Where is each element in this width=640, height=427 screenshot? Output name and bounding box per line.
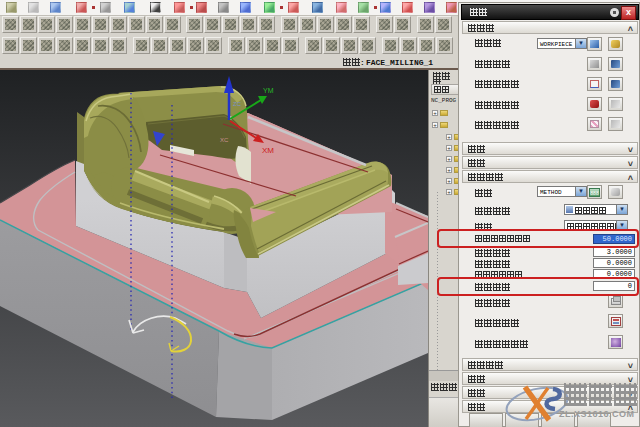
svg-text:XM: XM	[262, 146, 274, 155]
svg-text:XC: XC	[220, 137, 229, 143]
svg-text:ZC: ZC	[233, 101, 242, 107]
svg-text:YM: YM	[263, 87, 274, 94]
